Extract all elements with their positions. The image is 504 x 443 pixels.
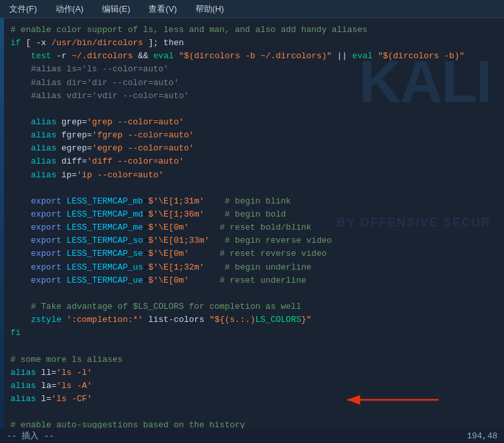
menu-help[interactable]: 帮助(H) [192, 2, 228, 16]
insert-mode-label: -- 插入 -- [7, 430, 54, 442]
menu-action[interactable]: 动作(A) [52, 2, 88, 16]
code-content: # enable color support of ls, less and m… [5, 24, 504, 443]
menu-edit[interactable]: 编辑(E) [98, 2, 134, 16]
menu-file[interactable]: 文件(F) [5, 2, 41, 16]
statusline: -- 插入 -- 194,48 [0, 429, 504, 443]
menubar: 文件(F) 动作(A) 编辑(E) 查看(V) 帮助(H) [0, 0, 504, 18]
cursor-position: 194,48 [467, 431, 497, 441]
menu-view[interactable]: 查看(V) [144, 2, 180, 16]
code-area: # enable color support of ls, less and m… [0, 18, 504, 443]
